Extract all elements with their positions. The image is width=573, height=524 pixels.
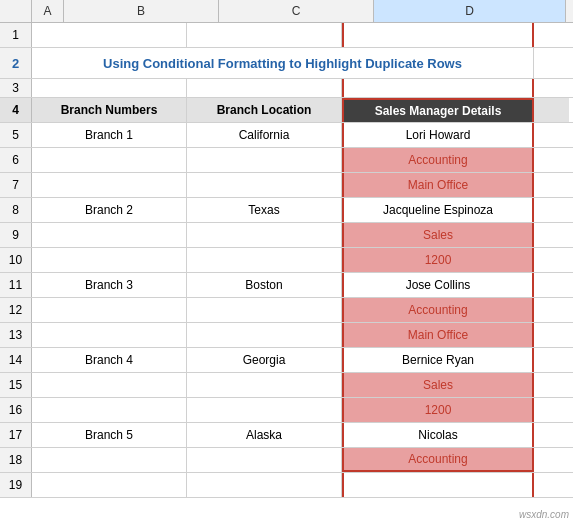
cell-d13[interactable]: Main Office	[342, 323, 534, 347]
table-row: 19	[0, 473, 573, 498]
cell-c3[interactable]	[187, 79, 342, 97]
cell-e15[interactable]	[534, 373, 569, 397]
cell-b13[interactable]	[32, 323, 187, 347]
header-sales-manager[interactable]: Sales Manager Details	[342, 98, 534, 122]
cell-b10[interactable]	[32, 248, 187, 272]
row-num-7: 7	[0, 173, 32, 197]
cell-d16[interactable]: 1200	[342, 398, 534, 422]
header-branch-location[interactable]: Branch Location	[187, 98, 342, 122]
cell-b18[interactable]	[32, 448, 187, 472]
cell-c9[interactable]	[187, 223, 342, 247]
cell-b8[interactable]: Branch 2	[32, 198, 187, 222]
cell-d18[interactable]: Accounting	[342, 448, 534, 472]
cell-b9[interactable]	[32, 223, 187, 247]
cell-b1[interactable]	[32, 23, 187, 47]
spreadsheet-body: 1 2 Using Conditional Formatting to High…	[0, 23, 573, 498]
cell-e4[interactable]	[534, 98, 569, 122]
row-num-12: 12	[0, 298, 32, 322]
cell-e14[interactable]	[534, 348, 569, 372]
table-row: 17 Branch 5 Alaska Nicolas	[0, 423, 573, 448]
cell-c6[interactable]	[187, 148, 342, 172]
table-row: 5 Branch 1 California Lori Howard	[0, 123, 573, 148]
cell-d3[interactable]	[342, 79, 534, 97]
column-headers: A B C D E	[0, 0, 573, 23]
row-num-10: 10	[0, 248, 32, 272]
cell-d14[interactable]: Bernice Ryan	[342, 348, 534, 372]
cell-d11[interactable]: Jose Collins	[342, 273, 534, 297]
cell-c7[interactable]	[187, 173, 342, 197]
cell-d17[interactable]: Nicolas	[342, 423, 534, 447]
cell-b7[interactable]	[32, 173, 187, 197]
cell-e1[interactable]	[534, 23, 569, 47]
cell-e11[interactable]	[534, 273, 569, 297]
cell-e16[interactable]	[534, 398, 569, 422]
cell-d10[interactable]: 1200	[342, 248, 534, 272]
row-num-8: 8	[0, 198, 32, 222]
cell-b5[interactable]: Branch 1	[32, 123, 187, 147]
cell-b14[interactable]: Branch 4	[32, 348, 187, 372]
col-header-a[interactable]: A	[32, 0, 64, 22]
cell-c12[interactable]	[187, 298, 342, 322]
col-header-b[interactable]: B	[64, 0, 219, 22]
cell-e10[interactable]	[534, 248, 569, 272]
cell-b17[interactable]: Branch 5	[32, 423, 187, 447]
cell-c18[interactable]	[187, 448, 342, 472]
cell-c5[interactable]: California	[187, 123, 342, 147]
cell-d8[interactable]: Jacqueline Espinoza	[342, 198, 534, 222]
cell-b15[interactable]	[32, 373, 187, 397]
cell-d1[interactable]	[342, 23, 534, 47]
cell-c8[interactable]: Texas	[187, 198, 342, 222]
cell-c11[interactable]: Boston	[187, 273, 342, 297]
cell-c13[interactable]	[187, 323, 342, 347]
cell-b19[interactable]	[32, 473, 187, 497]
cell-d19[interactable]	[342, 473, 534, 497]
cell-e17[interactable]	[534, 423, 569, 447]
cell-b6[interactable]	[32, 148, 187, 172]
cell-b3[interactable]	[32, 79, 187, 97]
cell-e13[interactable]	[534, 323, 569, 347]
table-row: 14 Branch 4 Georgia Bernice Ryan	[0, 348, 573, 373]
row-num-1: 1	[0, 23, 32, 47]
cell-e18[interactable]	[534, 448, 569, 472]
row-num-14: 14	[0, 348, 32, 372]
col-header-d[interactable]: D	[374, 0, 566, 22]
col-header-c[interactable]: C	[219, 0, 374, 22]
cell-d9[interactable]: Sales	[342, 223, 534, 247]
row-num-16: 16	[0, 398, 32, 422]
cell-b12[interactable]	[32, 298, 187, 322]
cell-e5[interactable]	[534, 123, 569, 147]
cell-e9[interactable]	[534, 223, 569, 247]
cell-b2[interactable]: Using Conditional Formatting to Highligh…	[32, 48, 534, 78]
table-row: 18 Accounting	[0, 448, 573, 473]
col-header-e[interactable]: E	[566, 0, 573, 22]
cell-c1[interactable]	[187, 23, 342, 47]
cell-e6[interactable]	[534, 148, 569, 172]
cell-e19[interactable]	[534, 473, 569, 497]
cell-e8[interactable]	[534, 198, 569, 222]
cell-d6[interactable]: Accounting	[342, 148, 534, 172]
cell-b11[interactable]: Branch 3	[32, 273, 187, 297]
cell-c14[interactable]: Georgia	[187, 348, 342, 372]
cell-c19[interactable]	[187, 473, 342, 497]
cell-c15[interactable]	[187, 373, 342, 397]
cell-d5[interactable]: Lori Howard	[342, 123, 534, 147]
table-row: 10 1200	[0, 248, 573, 273]
cell-e7[interactable]	[534, 173, 569, 197]
cell-c10[interactable]	[187, 248, 342, 272]
table-row: 9 Sales	[0, 223, 573, 248]
row-num-5: 5	[0, 123, 32, 147]
cell-c16[interactable]	[187, 398, 342, 422]
cell-d7[interactable]: Main Office	[342, 173, 534, 197]
cell-c17[interactable]: Alaska	[187, 423, 342, 447]
cell-e3[interactable]	[534, 79, 569, 97]
row-num-4: 4	[0, 98, 32, 122]
table-row: 15 Sales	[0, 373, 573, 398]
table-row: 11 Branch 3 Boston Jose Collins	[0, 273, 573, 298]
corner-cell	[0, 0, 32, 22]
table-row: 7 Main Office	[0, 173, 573, 198]
cell-e12[interactable]	[534, 298, 569, 322]
cell-d15[interactable]: Sales	[342, 373, 534, 397]
header-branch-numbers[interactable]: Branch Numbers	[32, 98, 187, 122]
cell-d12[interactable]: Accounting	[342, 298, 534, 322]
cell-b16[interactable]	[32, 398, 187, 422]
